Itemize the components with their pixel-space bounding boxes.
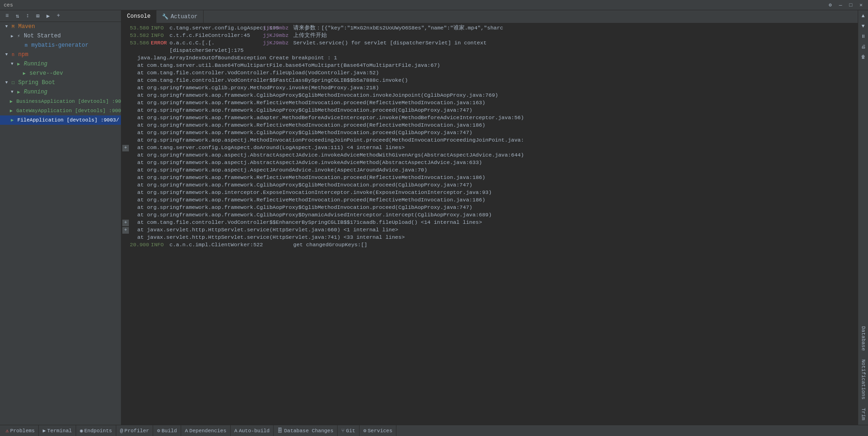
sort-button[interactable]: ↕ — [23, 12, 32, 20]
log-indent-text: at com.tang.file.controller.VodControlle… — [130, 219, 856, 226]
clear-button[interactable]: 🗑 — [859, 52, 868, 62]
endpoints-button[interactable]: ◉ Endpoints — [76, 425, 116, 436]
log-link[interactable]: MethodInvocationProceedingJoinPoint.java… — [392, 137, 524, 143]
pause-button[interactable]: ⏸ — [859, 32, 868, 41]
log-thread: jjKJ9mbz — [263, 24, 293, 32]
tab-console[interactable]: Console — [121, 10, 156, 23]
gateway-icon: ▶ — [7, 107, 15, 114]
close-icon[interactable]: ✕ — [858, 2, 864, 8]
log-link[interactable]: AbstractAspectJAdvice.java:644 — [424, 152, 521, 158]
collapse-all-button[interactable]: ≡ — [3, 12, 11, 20]
problems-label: Problems — [10, 428, 35, 434]
add-button[interactable]: + — [54, 12, 63, 20]
database-panel-label[interactable]: Database — [860, 322, 867, 355]
expand-all-button[interactable]: ⇅ — [13, 12, 21, 20]
log-line: at com.tang.file.controller.VodControlle… — [121, 69, 858, 77]
terminal-button[interactable]: ▶ Terminal — [39, 425, 76, 436]
db-changes-button[interactable]: 🗄 Database Changes — [274, 425, 338, 436]
log-line: at org.springframework.aop.framework.Cgl… — [121, 107, 858, 114]
log-link[interactable]: VodController.java:52 — [308, 70, 376, 76]
maximize-icon[interactable]: □ — [847, 2, 854, 8]
mybatis-arrow — [17, 43, 22, 48]
log-link[interactable]: HttpServlet.java:741 — [273, 234, 337, 240]
log-link[interactable]: CglibAopProxy.java:747 — [398, 107, 469, 113]
log-link[interactable]: ReflectiveMethodInvocation.java:186 — [369, 122, 482, 128]
log-link[interactable]: AspectJAroundAdvice.java:70 — [337, 167, 424, 173]
log-indent-text: at org.springframework.aop.framework.Cgl… — [130, 107, 856, 114]
expand-btn[interactable]: + — [122, 220, 129, 226]
sidebar-item-npm[interactable]: ▼ n npm — [0, 50, 121, 59]
log-class: o.a.c.c.C.[.[.[dispatcherServlet]:175 — [169, 39, 263, 54]
sidebar-item-business-app[interactable]: ▶ BusinessApplication [devtools] :9002/ — [0, 97, 121, 106]
log-link[interactable]: MethodBeforeAdviceInterceptor.java:56 — [402, 114, 521, 121]
git-button[interactable]: ⑂ Git — [338, 425, 360, 436]
terminal-label: Terminal — [47, 428, 72, 434]
sidebar-item-file-app[interactable]: ▶ FileApplication [devtools] :9003/ — [0, 115, 121, 125]
filter-button[interactable]: ⊞ — [34, 12, 42, 20]
log-line: at org.springframework.aop.framework.ada… — [121, 114, 858, 122]
log-link[interactable]: MethodProxy.java:218 — [311, 85, 376, 91]
log-line: +at com.tang.server.config.LogAspect.doA… — [121, 144, 858, 151]
log-line: at org.springframework.aop.framework.Ref… — [121, 174, 858, 181]
spring-running-label: Running — [24, 89, 47, 95]
main-layout: ≡ ⇅ ↕ ⊞ ▶ + ▼ M Maven ▶ ⚡ Not Started — [0, 10, 868, 425]
sidebar-item-gateway-app[interactable]: ▶ GateWayApplication [devtools] :9000/ — [0, 106, 121, 115]
sidebar-item-mybatis[interactable]: m mybatis-generator — [0, 41, 121, 50]
log-link[interactable]: ReflectiveMethodInvocation.java:186 — [369, 197, 482, 203]
not-started-label: Not Started — [24, 33, 61, 39]
sidebar-item-not-started[interactable]: ▶ ⚡ Not Started — [0, 31, 121, 41]
log-line: 53.586ERRORo.a.c.c.C.[.[.[dispatcherServ… — [121, 39, 858, 54]
sidebar-item-spring-running[interactable]: ▼ ▶ Running — [0, 87, 121, 97]
log-line: at org.springframework.aop.framework.Ref… — [121, 196, 858, 204]
spring-arrow: ▼ — [4, 80, 9, 86]
expand-btn[interactable]: + — [122, 145, 129, 151]
log-content[interactable]: 53.580INFOc.tang.server.config.LogAspect… — [121, 23, 858, 425]
log-link[interactable]: Base64ToMultipartFile.java:67 — [344, 62, 437, 68]
log-link[interactable]: ReflectiveMethodInvocation.java:163 — [369, 100, 482, 106]
log-time: 53.582 — [130, 32, 151, 39]
services-button[interactable]: ⚙ Services — [360, 425, 396, 436]
profiler-button[interactable]: @ Profiler — [116, 425, 153, 436]
sidebar-item-maven[interactable]: ▼ M Maven — [0, 22, 121, 31]
log-link[interactable]: CglibAopProxy.java:747 — [398, 204, 469, 210]
scroll-down-button[interactable]: ▼ — [859, 21, 868, 31]
expand-btn[interactable]: + — [122, 227, 129, 234]
title-bar-left: ces — [4, 2, 13, 8]
settings-icon[interactable]: ⚙ — [827, 2, 833, 8]
trim-panel-label[interactable]: Trim — [860, 404, 867, 424]
log-level: ERROR — [151, 39, 169, 47]
notifications-panel-label[interactable]: Notifications — [860, 356, 867, 403]
log-line: +at com.tang.file.controller.VodControll… — [121, 219, 858, 226]
log-link[interactable]: ExposeInvocationInterceptor.java:93 — [376, 189, 489, 195]
log-link[interactable]: AbstractAspectJAdvice.java:633 — [382, 159, 479, 165]
log-link[interactable]: ReflectiveMethodInvocation.java:186 — [369, 174, 482, 180]
run-button[interactable]: ▶ — [44, 12, 52, 20]
log-link[interactable]: HttpServlet.java:660 — [273, 227, 337, 233]
build-button[interactable]: ⚙ Build — [153, 425, 181, 436]
sidebar-tree: ▼ M Maven ▶ ⚡ Not Started m mybatis-gene… — [0, 22, 121, 425]
maven-arrow: ▼ — [4, 24, 9, 29]
mybatis-label: mybatis-generator — [31, 42, 88, 49]
npm-running-arrow: ▼ — [9, 61, 15, 67]
log-link[interactable]: CglibAopProxy.java:747 — [398, 129, 469, 136]
problems-button[interactable]: ⚠ Problems — [2, 425, 39, 436]
sidebar-item-serve-dev[interactable]: ▶ serve--dev — [0, 69, 121, 78]
title-text: ces — [4, 2, 13, 8]
gateway-label: GateWayApplication [devtools] :9000/ — [16, 108, 121, 114]
log-link[interactable]: CglibAopProxy.java:769 — [424, 92, 495, 98]
log-link[interactable]: CglibAopProxy.java:689 — [417, 212, 488, 218]
log-line: at org.springframework.aop.interceptor.E… — [121, 189, 858, 196]
sidebar-item-npm-running[interactable]: ▼ ▶ Running — [0, 59, 121, 69]
log-link[interactable]: CglibAopProxy.java:747 — [398, 182, 469, 188]
log-line: at org.springframework.aop.framework.Ref… — [121, 122, 858, 129]
minimize-icon[interactable]: — — [837, 2, 844, 8]
right-tools-panel: ▲ ▼ ⏸ 🖨 🗑 Database Notifications Trim — [858, 10, 868, 425]
log-link[interactable]: LogAspect.java:111 — [282, 144, 340, 150]
not-started-arrow: ▶ — [9, 33, 15, 39]
dependencies-button[interactable]: A Dependencies — [181, 425, 231, 436]
print-button[interactable]: 🖨 — [859, 42, 868, 51]
scroll-up-button[interactable]: ▲ — [859, 11, 868, 21]
tab-actuator[interactable]: 🔧 Actuator — [156, 10, 204, 23]
auto-build-button[interactable]: A Auto-build — [231, 425, 274, 436]
sidebar-item-spring[interactable]: ▼ □ Spring Boot — [0, 78, 121, 87]
